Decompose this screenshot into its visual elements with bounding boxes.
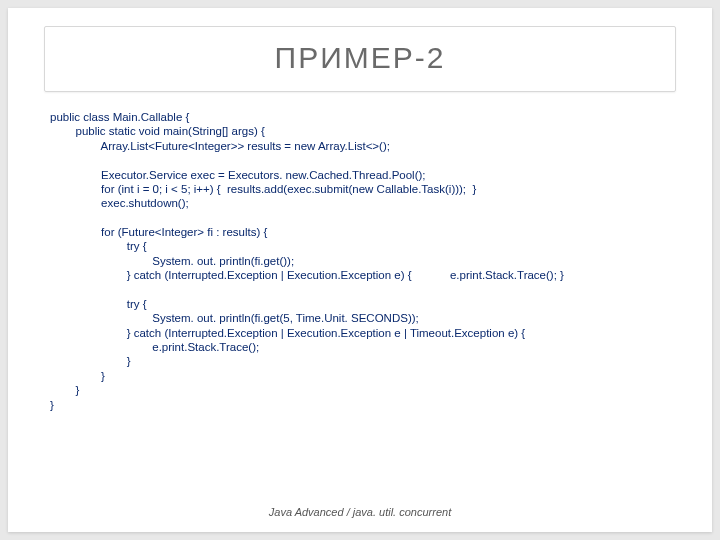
- slide: ПРИМЕР-2 public class Main.Callable { pu…: [8, 8, 712, 532]
- code-block: public class Main.Callable { public stat…: [50, 110, 682, 412]
- slide-title: ПРИМЕР-2: [45, 41, 675, 75]
- title-container: ПРИМЕР-2: [44, 26, 676, 92]
- slide-footer: Java Advanced / java. util. concurrent: [8, 506, 712, 518]
